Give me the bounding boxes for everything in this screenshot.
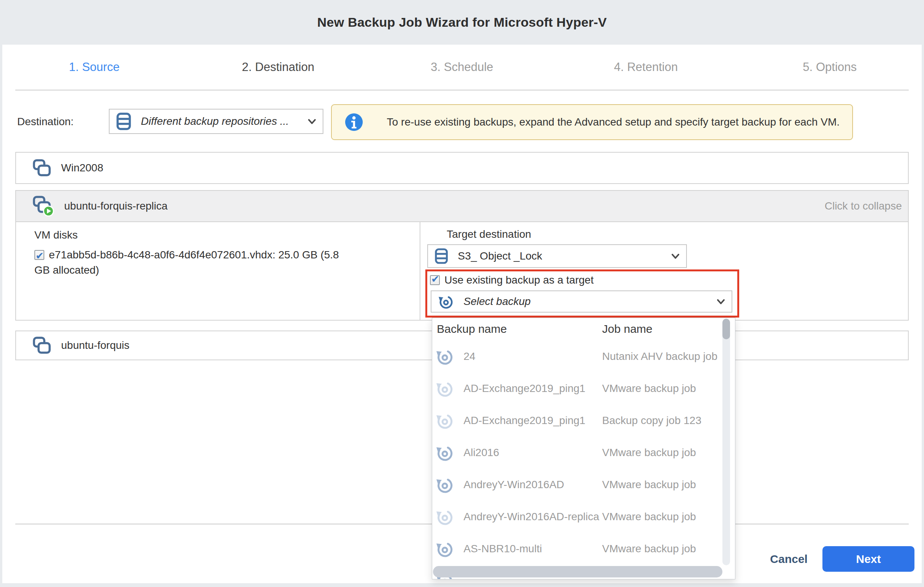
backup-list-item[interactable]: AD-Exchange2019_ping1 VMware backup job	[432, 373, 735, 404]
target-destination-select[interactable]: S3_ Object _Lock	[427, 244, 687, 268]
vm-icon	[33, 159, 51, 177]
backup-name: 24	[464, 350, 475, 363]
wizard-title: New Backup Job Wizard for Microsoft Hype…	[317, 15, 607, 30]
info-icon	[345, 113, 363, 131]
use-existing-row: ✔ Use existing backup as a target	[430, 274, 594, 286]
backup-name: AndreyY-Win2016AD-replica	[464, 511, 599, 523]
job-name: VMware backup job	[602, 383, 696, 395]
job-name: VMware backup job	[602, 543, 696, 555]
use-existing-checkbox[interactable]: ✔	[430, 275, 440, 285]
column-header-job-name: Job name	[602, 323, 653, 339]
step-schedule: 3. Schedule	[370, 45, 554, 90]
backup-list-item[interactable]: AD-Exchange2019_ping1 Backup copy job 12…	[432, 404, 735, 437]
column-header-backup-name: Backup name	[437, 323, 507, 339]
job-name: VMware backup job	[602, 478, 696, 491]
wizard-body: 1. Source 2. Destination 3. Schedule 4. …	[2, 45, 922, 583]
collapse-hint[interactable]: Click to collapse	[825, 200, 902, 212]
step-retention: 4. Retention	[554, 45, 738, 90]
job-name: Backup copy job 123	[602, 414, 701, 427]
step-source[interactable]: 1. Source	[2, 45, 186, 90]
select-backup-placeholder: Select backup	[464, 295, 531, 308]
use-existing-highlight: ✔ Use existing backup as a target Select…	[425, 269, 739, 318]
wizard-steps: 1. Source 2. Destination 3. Schedule 4. …	[2, 45, 922, 90]
backup-name: AD-Exchange2019_ping1	[464, 414, 585, 427]
backup-restore-icon	[436, 540, 454, 557]
backup-name: AD-Exchange2019_ping1	[464, 383, 585, 395]
chevron-down-icon	[717, 299, 725, 304]
step-options: 5. Options	[738, 45, 922, 90]
backup-list-dropdown: Backup name Job name 24 Nutanix AHV back…	[432, 318, 735, 579]
vm-name: Win2008	[61, 162, 104, 174]
vm-disk-text: e71abb5d-b86b-4c48-a0f6-4d6f4e072601.vhd…	[35, 249, 339, 276]
target-destination-column: Target destination S3_ Object _Lock ✔ Us…	[420, 222, 908, 320]
info-banner-text: To re-use existing backups, expand the A…	[387, 116, 840, 128]
repository-stack-icon	[116, 112, 131, 130]
job-name: VMware backup job	[602, 447, 696, 459]
repository-stack-icon	[435, 248, 448, 264]
destination-select-value: Different backup repositories ...	[141, 115, 289, 127]
target-destination-label: Target destination	[447, 228, 531, 241]
backup-restore-icon	[436, 348, 454, 365]
backup-name: Ali2016	[464, 447, 499, 459]
vm-name: ubuntu-forquis-replica	[64, 200, 168, 212]
horizontal-scrollbar-thumb[interactable]	[433, 566, 723, 577]
vm-replica-icon	[33, 196, 54, 216]
vm-row-win2008[interactable]: Win2008	[15, 152, 909, 184]
backup-list-item[interactable]: AS-NBR10-multi VMware backup job	[432, 533, 735, 565]
backup-restore-icon	[436, 412, 454, 429]
backup-restore-icon	[436, 476, 454, 493]
target-destination-value: S3_ Object _Lock	[458, 250, 542, 262]
replica-expanded-panel: VM disks ✔e71abb5d-b86b-4c48-a0f6-4d6f4e…	[15, 222, 909, 321]
steps-divider	[15, 90, 909, 91]
cancel-button[interactable]: Cancel	[756, 552, 821, 566]
use-existing-label: Use existing backup as a target	[444, 274, 594, 286]
vertical-scrollbar[interactable]	[723, 319, 730, 565]
chevron-down-icon	[672, 254, 679, 259]
backup-list-item[interactable]: AndreyY-Win2016AD-replica VMware backup …	[432, 501, 735, 533]
backup-restore-icon	[436, 444, 454, 462]
job-name: VMware backup job	[602, 511, 696, 523]
destination-label: Destination:	[17, 115, 74, 128]
backup-name: AndreyY-Win2016AD	[464, 478, 564, 491]
vm-disk-checkbox[interactable]: ✔	[35, 250, 44, 260]
chevron-down-icon	[308, 119, 316, 124]
wizard-title-bar: New Backup Job Wizard for Microsoft Hype…	[0, 0, 924, 45]
vm-name: ubuntu-forquis	[61, 339, 129, 351]
backup-restore-icon	[436, 508, 454, 526]
select-backup-dropdown[interactable]: Select backup	[431, 290, 732, 313]
step-destination[interactable]: 2. Destination	[186, 45, 370, 90]
backup-restore-icon	[436, 380, 454, 397]
vm-disk-item: ✔e71abb5d-b86b-4c48-a0f6-4d6f4e072601.vh…	[35, 247, 340, 278]
job-name: Nutanix AHV backup job	[602, 350, 718, 363]
vertical-scrollbar-thumb[interactable]	[723, 319, 730, 339]
vm-disks-label: VM disks	[35, 229, 78, 241]
backup-restore-icon	[438, 294, 454, 309]
backup-list-item[interactable]: AndreyY-Win2016AD VMware backup job	[432, 469, 735, 501]
destination-select[interactable]: Different backup repositories ...	[109, 109, 323, 134]
vm-row-ubuntu-forquis-replica[interactable]: ubuntu-forquis-replica Click to collapse	[15, 190, 909, 222]
backup-list-item[interactable]: Ali2016 VMware backup job	[432, 437, 735, 469]
backup-list-item[interactable]: 24 Nutanix AHV backup job	[432, 340, 735, 373]
vm-icon	[33, 336, 51, 354]
backup-name: AS-NBR10-multi	[464, 543, 542, 555]
info-banner: To re-use existing backups, expand the A…	[331, 104, 853, 140]
next-button[interactable]: Next	[822, 546, 914, 572]
